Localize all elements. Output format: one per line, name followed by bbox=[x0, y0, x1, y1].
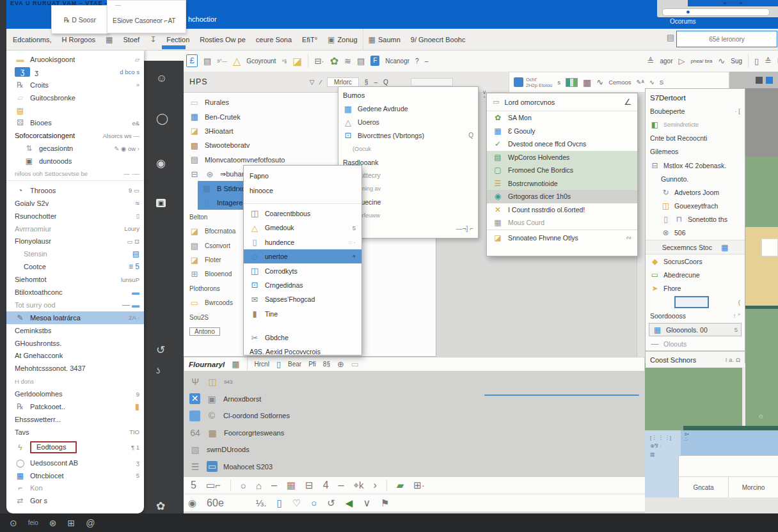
play-icon[interactable]: ▷ bbox=[679, 56, 685, 66]
sidebar-item[interactable]: ✎ Mesoa loatrárca 2A · bbox=[6, 311, 144, 324]
triangle-icon[interactable]: △ bbox=[233, 55, 241, 67]
ribbon-tab[interactable]: Rosties Ow pe bbox=[194, 29, 251, 50]
ribbon-tab[interactable]: Edcationms, bbox=[8, 29, 57, 50]
sidebar-item[interactable]: Siehomtot lunsuP bbox=[6, 273, 144, 286]
asterisk-icon[interactable]: ⊛ bbox=[49, 518, 57, 528]
summary-item[interactable]: ✕ ▣ Arnoxdborst bbox=[184, 391, 645, 408]
color-table-icon[interactable] bbox=[566, 78, 578, 87]
context-menu-item[interactable]: ▮ Tine bbox=[244, 307, 361, 321]
toolbar-item[interactable] bbox=[230, 480, 231, 491]
window-icon[interactable]: ▭⌐ bbox=[206, 480, 221, 491]
context-menu-item[interactable]: ✂ Gbdche bbox=[244, 331, 361, 345]
sidebar-item[interactable]: GHoushrontss. bbox=[6, 337, 144, 350]
sidebar-item[interactable]: ℞ Patckooet.. ▮ bbox=[6, 400, 144, 413]
sidebar-item[interactable]: nifoos ooh Settocsevtse be — ·— bbox=[6, 168, 144, 180]
sidebar-item[interactable]: H dons bbox=[6, 375, 144, 387]
grid-icon[interactable]: ▤ bbox=[203, 56, 211, 66]
property-item[interactable]: — Oloouts bbox=[646, 337, 745, 350]
currency-tile-icon[interactable]: £ bbox=[186, 54, 198, 67]
summary-item[interactable]: 64 ▦ Foorcorgrtesweans bbox=[184, 425, 645, 442]
ring-blue-icon[interactable]: ○ bbox=[311, 497, 317, 508]
toolbar-item[interactable] bbox=[748, 54, 749, 68]
sidebar-item[interactable]: Ehssswetterr... bbox=[6, 413, 144, 426]
property-item[interactable]: ◫ Gouexeytfrach bbox=[646, 199, 745, 213]
map-viewport[interactable]: ☼ ≡≈ ∴· [⋮ ⋮ ⋮] ⊕⅋ · ▥ Gncata Morcino bbox=[645, 363, 778, 497]
refresh-icon[interactable]: ↺ bbox=[156, 343, 165, 357]
pen-icon[interactable]: ✎ᴬ bbox=[637, 79, 644, 86]
property-item[interactable]: Gilemeos bbox=[646, 145, 745, 159]
context-menu-item[interactable]: ◫ Coarecntbbous bbox=[244, 207, 361, 221]
sidebar-item[interactable]: Gerldoolomhes 9 bbox=[6, 387, 144, 400]
property-item[interactable]: ⊟ Mstlox 4C 2obenask. bbox=[646, 159, 745, 172]
options-menu-item[interactable]: ✕ I Count nsstrdio ol.6orted! bbox=[487, 203, 637, 217]
scrollbar[interactable]: ⊞ 113 bbox=[637, 93, 646, 357]
options-menu-item[interactable]: ▦ Ɛ Goouly bbox=[487, 125, 637, 138]
sidebar-item[interactable]: ⌐ Kon bbox=[6, 482, 144, 495]
context-menu-item[interactable]: ⊙ unertoe ⌖ bbox=[244, 249, 361, 263]
context-menu-item[interactable]: A9S. Aexid Pocovvcrois bbox=[244, 345, 361, 359]
toolbar-item[interactable]: 4 bbox=[323, 480, 329, 491]
property-item[interactable]: ➤ Fhore bbox=[646, 282, 745, 295]
ribbon-tab[interactable]: EfiT° bbox=[297, 29, 322, 50]
toolbar-item[interactable]: 8§ bbox=[323, 361, 330, 368]
target-icon[interactable]: ⌖k bbox=[353, 480, 363, 491]
toolbar-item[interactable]: agor bbox=[660, 58, 673, 65]
toolbar-item[interactable]: – bbox=[425, 58, 429, 65]
sidebar-item[interactable]: Stensin ▤ bbox=[6, 247, 144, 260]
oplus-icon[interactable]: ⊕ bbox=[337, 359, 344, 369]
toolbar-item[interactable]: Sug bbox=[731, 58, 742, 65]
folder-icon[interactable]: ◪ bbox=[292, 55, 302, 67]
card-green-icon[interactable]: ▰ bbox=[397, 480, 404, 491]
sidebar-item[interactable]: Flonyolausr ▭ ⊡ bbox=[6, 235, 144, 247]
list-item[interactable]: ▦ Gedene Avdrude bbox=[338, 102, 478, 116]
s-curve-icon[interactable]: ∿ bbox=[718, 56, 725, 66]
chat-icon[interactable]: ◉ bbox=[156, 157, 166, 170]
sidebar-item[interactable]: Goialv S2v ≈ bbox=[6, 197, 144, 210]
list-item[interactable]: ⊡ Bivorcttnes (Vbrtongs) Q bbox=[338, 129, 478, 143]
sidebar-item[interactable]: ⇅ gecasiontn ✎ ◉ ow › bbox=[6, 142, 144, 155]
sidebar-item[interactable]: Rsunochotter ▯ bbox=[6, 210, 144, 223]
list-item[interactable]: (Oocuk bbox=[338, 142, 478, 155]
grid-check-icon[interactable]: ⊞· bbox=[413, 480, 425, 491]
image-icon[interactable]: ▣ bbox=[156, 199, 166, 207]
options-menu-item[interactable]: ✓ Dvestod onece ffcd Ovcns bbox=[487, 137, 637, 151]
pen-icon[interactable]: ▯ bbox=[754, 56, 759, 66]
property-item[interactable]: S7Dertoort bbox=[646, 91, 745, 104]
sidebar-item[interactable]: ʒ ʒ d bco s bbox=[6, 66, 144, 79]
list-icon[interactable]: ⊞ bbox=[68, 518, 75, 528]
toolbar-item[interactable]: – bbox=[271, 480, 277, 491]
circle-icon[interactable]: ◯ bbox=[156, 112, 168, 125]
property-item[interactable]: Cnte bot Recoocnti bbox=[646, 132, 745, 145]
sidebar-item[interactable]: Tavs TIO bbox=[6, 426, 144, 439]
toolbar-item[interactable]: ? bbox=[415, 58, 419, 65]
circle-icon[interactable]: ○ bbox=[241, 480, 246, 491]
toolbar-item[interactable]: ∨ bbox=[363, 497, 370, 509]
sidebar-item[interactable]: Sofocorcatsiongent Alsorcs ws — bbox=[6, 129, 144, 142]
summary-item[interactable]: Ψ ◫ 943 bbox=[184, 373, 645, 391]
paw-icon[interactable]: ⊙ bbox=[10, 518, 17, 528]
options-menu-item[interactable]: ◪ Snnoateo Fhvnne Otlys ∾ bbox=[487, 230, 637, 246]
flower-icon[interactable]: ✿ bbox=[156, 499, 165, 513]
toolbar-item[interactable]: Hrcnl bbox=[255, 361, 269, 368]
summary-item[interactable]: ☰ ▭ Moahocet S203 bbox=[184, 458, 645, 476]
doc-blue-icon[interactable]: ▯ bbox=[276, 359, 281, 369]
grid2-icon[interactable]: ▦ Saumn bbox=[363, 29, 406, 50]
context-menu-item[interactable]: ✉ Sapses’Fhogcad bbox=[244, 292, 361, 306]
wave-icon[interactable]: ∿ bbox=[649, 79, 655, 86]
grid-icon[interactable]: ▦ bbox=[583, 77, 591, 88]
sidebar-item[interactable]: ⇄ Gor s bbox=[6, 494, 144, 507]
property-item[interactable]: Secxemncs Stoc ▦ bbox=[646, 240, 745, 254]
toolbar-item[interactable]: Gcoyrount bbox=[246, 58, 276, 65]
search-icon[interactable]: Q bbox=[383, 79, 388, 86]
property-item[interactable]: Boubeperte · [ bbox=[646, 104, 745, 118]
sidebar-item[interactable]: ⚄ Biooes e& bbox=[6, 116, 144, 129]
toolbar-item[interactable]: – bbox=[338, 480, 344, 491]
context-menu-item[interactable]: △ Gmedouk 5 bbox=[244, 221, 361, 235]
sidebar-item[interactable]: ▤ bbox=[6, 104, 144, 117]
rotate-icon[interactable]: ↺ bbox=[327, 497, 335, 509]
sidebar-item[interactable]: Cootce ≡ 5 bbox=[6, 260, 144, 273]
property-item[interactable]: ⊗ 506 bbox=[646, 226, 745, 240]
doc-icon[interactable]: ▤ bbox=[357, 56, 365, 66]
sidebar-item[interactable]: Mehohtcsssonot. 3437 bbox=[6, 362, 144, 375]
badge-icon[interactable]: ⁴§ bbox=[282, 58, 287, 64]
